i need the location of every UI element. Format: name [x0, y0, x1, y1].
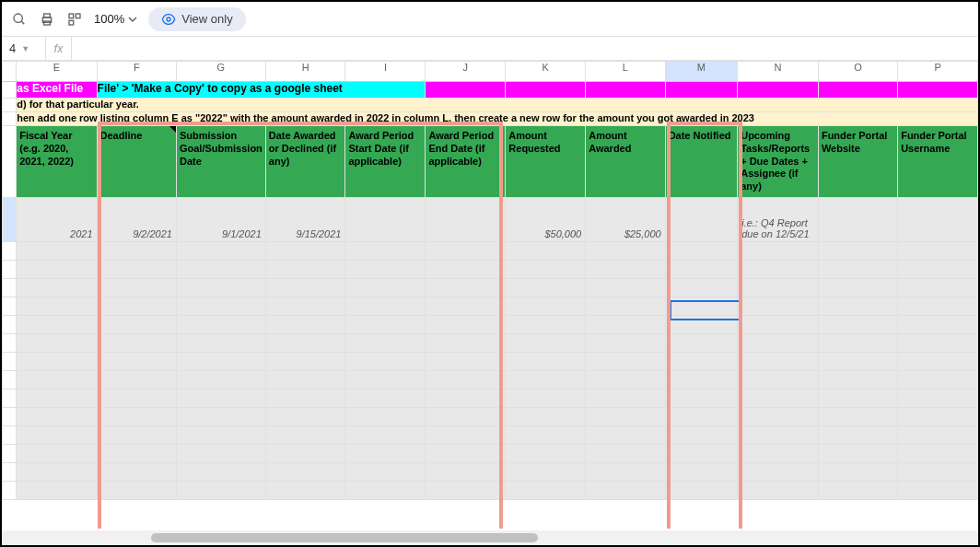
- cell[interactable]: [506, 278, 586, 297]
- cell[interactable]: [818, 315, 897, 333]
- cell[interactable]: [97, 407, 176, 425]
- cell[interactable]: [345, 481, 426, 499]
- empty-row[interactable]: [3, 481, 978, 499]
- cell[interactable]: [97, 444, 176, 462]
- cell[interactable]: [665, 407, 738, 425]
- cell[interactable]: [426, 352, 506, 370]
- header-upcoming-tasks[interactable]: Upcoming Tasks/Reports + Due Dates + Ass…: [738, 126, 819, 198]
- cell[interactable]: [265, 333, 345, 352]
- col-J[interactable]: J: [426, 62, 506, 82]
- select-all-corner[interactable]: [3, 62, 17, 82]
- cell[interactable]: [506, 82, 586, 99]
- cell[interactable]: [97, 370, 176, 389]
- empty-row[interactable]: [3, 278, 978, 297]
- row-header[interactable]: [3, 370, 17, 389]
- cell-award-start[interactable]: [345, 197, 426, 241]
- row-header[interactable]: [3, 352, 17, 370]
- cell[interactable]: [738, 297, 819, 315]
- cell[interactable]: [17, 278, 97, 297]
- col-F[interactable]: F: [97, 62, 176, 82]
- empty-row[interactable]: [3, 389, 978, 407]
- empty-row[interactable]: [3, 425, 978, 444]
- search-icon[interactable]: [11, 11, 28, 28]
- cell[interactable]: [818, 297, 897, 315]
- cell[interactable]: [738, 278, 819, 297]
- cell[interactable]: [506, 462, 586, 481]
- row-header[interactable]: [3, 99, 17, 112]
- cell[interactable]: [426, 315, 506, 333]
- cell[interactable]: [506, 260, 586, 278]
- note-indicator-icon[interactable]: [169, 126, 176, 133]
- cell[interactable]: [586, 462, 665, 481]
- cell[interactable]: [818, 389, 897, 407]
- cell[interactable]: [738, 241, 819, 260]
- cell-amount-requested[interactable]: $50,000: [506, 197, 586, 241]
- cell[interactable]: [818, 407, 897, 425]
- cell[interactable]: [898, 425, 978, 444]
- cell-fiscal-year[interactable]: 2021: [17, 197, 97, 241]
- cell[interactable]: [97, 241, 176, 260]
- cell[interactable]: [176, 352, 265, 370]
- cell[interactable]: [665, 462, 738, 481]
- row-header[interactable]: [3, 112, 17, 126]
- header-fiscal-year[interactable]: Fiscal Year (e.g. 2020, 2021, 2022): [17, 126, 97, 198]
- print-icon[interactable]: [39, 11, 55, 28]
- cell[interactable]: [97, 389, 176, 407]
- cell[interactable]: [17, 315, 97, 333]
- col-O[interactable]: O: [818, 62, 897, 82]
- col-I[interactable]: I: [345, 62, 426, 82]
- scrollbar-track[interactable]: [4, 533, 976, 542]
- cell[interactable]: [17, 389, 97, 407]
- horizontal-scrollbar[interactable]: [2, 530, 978, 545]
- cell[interactable]: [898, 82, 978, 99]
- cell[interactable]: [665, 352, 738, 370]
- cell[interactable]: [818, 370, 897, 389]
- col-N[interactable]: N: [738, 62, 819, 82]
- cell[interactable]: [426, 444, 506, 462]
- cell[interactable]: [345, 389, 426, 407]
- cell-submission-date[interactable]: 9/1/2021: [176, 197, 265, 241]
- cell[interactable]: [176, 297, 265, 315]
- cell[interactable]: [426, 389, 506, 407]
- cell[interactable]: [97, 315, 176, 333]
- cell-amount-awarded[interactable]: $25,000: [586, 197, 665, 241]
- cell[interactable]: [898, 315, 978, 333]
- cell[interactable]: [17, 407, 97, 425]
- cell[interactable]: [586, 333, 665, 352]
- cell[interactable]: [426, 82, 506, 99]
- cell[interactable]: [265, 407, 345, 425]
- cell[interactable]: [506, 407, 586, 425]
- cell[interactable]: [176, 370, 265, 389]
- row-instruction-3[interactable]: hen add one row listing column E as "202…: [3, 112, 978, 126]
- row-header[interactable]: [3, 444, 17, 462]
- cell[interactable]: [176, 425, 265, 444]
- cell[interactable]: [97, 481, 176, 499]
- cell[interactable]: [97, 333, 176, 352]
- cell[interactable]: [17, 425, 97, 444]
- cell[interactable]: [345, 241, 426, 260]
- cell[interactable]: [345, 315, 426, 333]
- cell[interactable]: [898, 407, 978, 425]
- row-table-headers[interactable]: Fiscal Year (e.g. 2020, 2021, 2022) Dead…: [3, 126, 978, 198]
- cell[interactable]: [738, 481, 819, 499]
- row-instruction-2[interactable]: d) for that particular year.: [3, 99, 978, 112]
- cell[interactable]: [738, 425, 819, 444]
- cell[interactable]: [17, 260, 97, 278]
- cell[interactable]: [17, 333, 97, 352]
- row-header[interactable]: [3, 126, 17, 198]
- header-submission-date[interactable]: Submission Goal/Submission Date: [176, 126, 265, 198]
- cell[interactable]: [586, 260, 665, 278]
- filter-icon[interactable]: [66, 11, 83, 28]
- cell[interactable]: [665, 278, 738, 297]
- cell[interactable]: d) for that particular year.: [17, 99, 978, 112]
- col-P[interactable]: P: [898, 62, 978, 82]
- cell[interactable]: [586, 352, 665, 370]
- cell[interactable]: [176, 333, 265, 352]
- cell[interactable]: as Excel File: [17, 82, 97, 99]
- col-E[interactable]: E: [17, 62, 97, 82]
- cell[interactable]: [176, 241, 265, 260]
- row-header[interactable]: [3, 425, 17, 444]
- cell[interactable]: [738, 462, 819, 481]
- empty-row[interactable]: [3, 260, 978, 278]
- row-header[interactable]: [3, 462, 17, 481]
